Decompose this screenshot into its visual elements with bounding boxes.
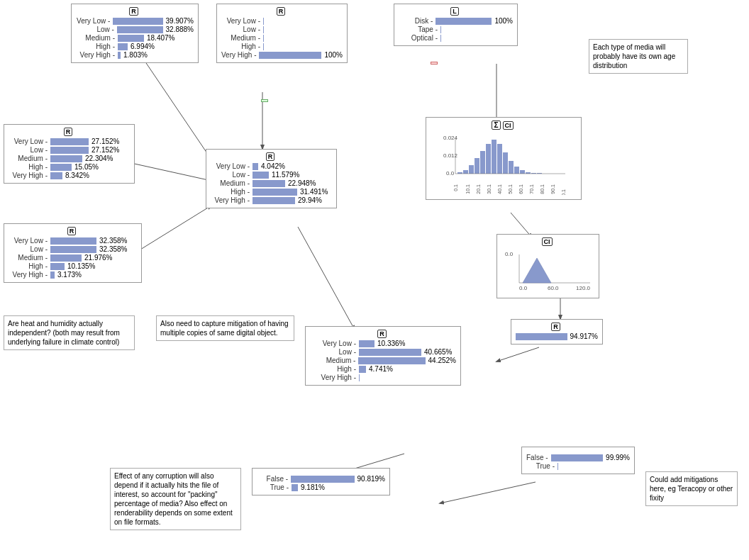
svg-text:80.1: 80.1 <box>540 184 545 194</box>
svg-text:120.0: 120.0 <box>576 285 591 291</box>
svg-text:0.024: 0.024 <box>443 135 458 141</box>
light-levels-row-4: Very High - 1.803% <box>76 51 194 59</box>
svg-rect-22 <box>503 152 508 174</box>
media-age-months-node: Σ CI 0.024 0.012 0.0 0.1 10.1 20.1 30.1 … <box>426 117 582 200</box>
svg-text:10.1: 10.1 <box>465 184 470 194</box>
temp-badge: R <box>64 128 73 136</box>
corruption-on-copy-node: False - 99.99% True - <box>521 447 635 474</box>
svg-rect-20 <box>492 140 496 174</box>
media-age-histogram: 0.024 0.012 0.0 0.1 10.1 20.1 30.1 40.1 … <box>431 131 572 195</box>
svg-text:0.1: 0.1 <box>453 184 458 191</box>
bar <box>263 18 264 25</box>
bar <box>118 43 128 50</box>
magnetic-flux-badge: R <box>277 7 286 16</box>
bar <box>259 52 321 59</box>
light-levels-row-0: Very Low - 39.907% <box>76 17 194 25</box>
svg-text:20.1: 20.1 <box>476 184 481 194</box>
bar <box>113 18 162 25</box>
svg-rect-14 <box>457 172 462 174</box>
svg-text:0.0: 0.0 <box>519 285 528 291</box>
light-levels-row-3: High - 6.994% <box>76 43 194 50</box>
note-corruption-effect: Effect of any corruption will also depen… <box>110 468 241 530</box>
media-dist-row-1: Tape - <box>399 26 513 33</box>
svg-text:0.0: 0.0 <box>505 251 514 257</box>
note-heat-humidity: Are heat and humidity actually independe… <box>4 315 135 350</box>
mag-row-0: Very Low - <box>221 17 343 25</box>
svg-text:40.1: 40.1 <box>497 184 502 194</box>
svg-rect-19 <box>486 144 491 174</box>
environmental-impacts-node: R Very Low - 4.042% Low - 11.579% Medium… <box>206 149 337 208</box>
note-mitigations: Could add mitigations here, eg Teracopy … <box>645 471 738 506</box>
svg-rect-24 <box>514 167 519 174</box>
bar <box>118 52 121 59</box>
mag-row-3: High - <box>221 43 343 50</box>
svg-rect-17 <box>475 158 479 174</box>
svg-rect-26 <box>526 172 531 174</box>
ranked-badge: R <box>551 323 560 331</box>
svg-rect-23 <box>509 161 514 174</box>
bar <box>118 35 144 42</box>
temperature-node: R Very Low - 27.152% Low - 27.152% Mediu… <box>4 124 135 184</box>
media-age-discrete-chart: 0.0 0.0 60.0 120.0 <box>501 247 594 293</box>
note-media-type: Each type of media will probably have it… <box>589 39 688 74</box>
media-age-ranked-node: R 94.917% <box>511 319 603 345</box>
humidity-badge: R <box>67 227 77 235</box>
bar <box>440 35 441 42</box>
mag-row-2: Medium - <box>221 34 343 42</box>
bar <box>117 26 163 33</box>
svg-rect-16 <box>469 165 474 174</box>
light-levels-node: R Very Low - 39.907% Low - 32.888% Mediu… <box>71 4 199 63</box>
note-multiple-copies: Also need to capture mitigation of havin… <box>156 315 294 341</box>
bar <box>263 35 264 42</box>
bar <box>440 26 441 33</box>
discrete-badge: CI <box>542 237 553 246</box>
svg-rect-15 <box>463 170 468 174</box>
svg-text:30.1: 30.1 <box>487 184 492 194</box>
media-dist-row-2: Optical - <box>399 34 513 42</box>
svg-text:70.1: 70.1 <box>529 184 534 194</box>
magnetic-flux-node: R Very Low - Low - Medium - High - Very … <box>216 4 348 63</box>
svg-marker-45 <box>523 258 551 283</box>
mag-row-1: Low - <box>221 26 343 33</box>
svg-text:60.0: 60.0 <box>548 285 559 291</box>
svg-line-10 <box>440 482 536 503</box>
light-levels-badge: R <box>129 7 138 16</box>
relative-humidity-node: R Very Low - 32.358% Low - 32.358% Mediu… <box>4 223 142 283</box>
mag-row-4: Very High - 100% <box>221 51 343 59</box>
bar <box>263 43 264 50</box>
svg-line-8 <box>496 347 539 362</box>
scenario-disk-label <box>431 62 438 65</box>
media-age-discrete-node: CI 0.0 0.0 60.0 120.0 <box>496 234 599 298</box>
svg-text:100.1: 100.1 <box>561 189 566 195</box>
svg-rect-21 <box>497 144 502 174</box>
svg-text:0.012: 0.012 <box>443 152 458 159</box>
media-dist-row-0: Disk - 100% <box>399 17 513 25</box>
svg-line-1 <box>131 163 211 181</box>
digital-object-node: False - 90.819% True - 9.181% <box>252 468 390 495</box>
svg-text:0.0: 0.0 <box>446 170 455 177</box>
bar <box>263 26 264 33</box>
media-dist-badge: L <box>450 7 459 16</box>
env-badge: R <box>266 152 275 161</box>
svg-text:90.1: 90.1 <box>550 184 555 194</box>
risk-media-node: R Very Low - 10.336% Low - 40.665% Mediu… <box>305 326 461 386</box>
media-distribution-node: L Disk - 100% Tape - Optical - <box>394 4 518 46</box>
svg-line-4 <box>298 227 355 330</box>
svg-text:60.1: 60.1 <box>518 184 523 194</box>
risk-badge: R <box>377 330 387 338</box>
svg-line-0 <box>142 57 211 159</box>
svg-rect-25 <box>520 170 525 174</box>
light-levels-row-2: Medium - 18.407% <box>76 34 194 42</box>
svg-rect-18 <box>480 151 485 174</box>
bar <box>435 18 492 25</box>
svg-line-2 <box>131 206 211 255</box>
svg-text:50.1: 50.1 <box>508 184 513 194</box>
light-levels-row-1: Low - 32.888% <box>76 26 194 33</box>
scenario-veryhigh-label <box>261 99 268 102</box>
